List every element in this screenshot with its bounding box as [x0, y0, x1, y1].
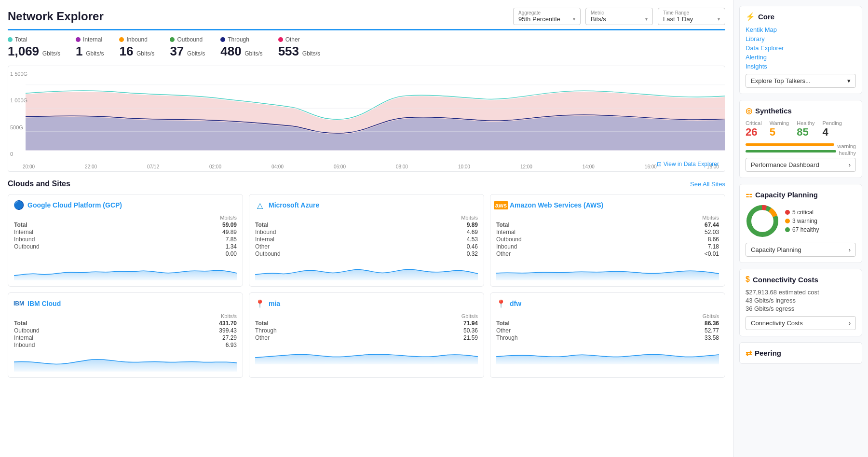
- capacity-title: ⚏ Capacity Planning: [746, 190, 856, 199]
- cloud-card-aws: aws Amazon Web Services (AWS) Mbits/s To…: [490, 194, 725, 287]
- synth-healthy-stat: Healthy 85: [797, 120, 814, 138]
- library-link[interactable]: Library: [746, 35, 856, 42]
- aggregate-arrow: ▾: [573, 16, 575, 22]
- stat-row: Inbound 6.93: [14, 342, 237, 348]
- stat-row: Total 67.44: [496, 222, 719, 228]
- synthetics-section: ◎ Synthetics Critical 26 Warning 5 Healt…: [739, 100, 862, 178]
- see-all-link[interactable]: See All Sites: [690, 180, 725, 188]
- alerting-link[interactable]: Alerting: [746, 54, 856, 61]
- stat-row: Outbound 1.34: [14, 243, 237, 250]
- cloud-name-mia[interactable]: mia: [269, 300, 280, 307]
- stat-row: Inbound 7.18: [496, 243, 719, 250]
- capacity-section: ⚏ Capacity Planning 5 critical 3 warning: [739, 184, 862, 263]
- section-title: Clouds and Sites: [8, 180, 70, 188]
- metric-inbound: Inbound 16 Gbits/s: [119, 36, 154, 59]
- synthetics-stats: Critical 26 Warning 5 Healthy 85 Pending…: [746, 120, 856, 138]
- section-header: Clouds and Sites See All Sites: [8, 180, 725, 188]
- aggregate-value: 95th Percentile ▾: [518, 15, 575, 23]
- stat-row: Other <0.01: [496, 250, 719, 257]
- stat-row: 0.00: [14, 250, 237, 257]
- stat-row: Inbound 4.69: [255, 229, 478, 235]
- stat-row: Through 33.58: [496, 334, 719, 341]
- healthy-bar-label: healthy: [839, 150, 856, 156]
- egress-value: 36 Gbits/s egress: [746, 305, 856, 312]
- cloud-name-azure[interactable]: Microsoft Azure: [269, 201, 319, 209]
- metrics-row: Total 1,069 Gbits/s Internal 1 Gbits/s I…: [8, 36, 725, 59]
- chart-svg: [8, 66, 725, 171]
- peering-title: ⇄ Peering: [746, 348, 856, 358]
- metric-dropdown[interactable]: Metric Bits/s ▾: [585, 8, 653, 25]
- core-icon: ⚡: [746, 12, 755, 21]
- aggregate-label: Aggregate: [518, 10, 575, 15]
- cloud-logo-mia: 📍: [255, 299, 265, 308]
- connectivity-icon: $: [746, 275, 750, 284]
- stat-row: Outbound 0.32: [255, 250, 478, 257]
- stat-row: Inbound 7.85: [14, 236, 237, 243]
- chart-x-labels: 20:00 22:00 07/12 02:00 04:00 06:00 08:0…: [23, 164, 719, 169]
- legend-healthy: 67 healthy: [785, 226, 819, 233]
- cloud-name-dfw[interactable]: dfw: [510, 300, 521, 307]
- synth-critical-stat: Critical 26: [746, 120, 762, 138]
- stat-row: Total 71.94: [255, 320, 478, 327]
- cloud-name-aws[interactable]: Amazon Web Services (AWS): [510, 201, 603, 209]
- header-controls: Aggregate 95th Percentile ▾ Metric Bits/…: [513, 8, 725, 25]
- synthetics-icon: ◎: [746, 106, 752, 115]
- kentik-map-link[interactable]: Kentik Map: [746, 26, 856, 33]
- title-underline: [8, 29, 725, 30]
- synthetics-title: ◎ Synthetics: [746, 106, 856, 115]
- connectivity-costs-btn[interactable]: Connectivity Costs ›: [746, 316, 856, 330]
- stat-row: Outbound 8.66: [496, 236, 719, 243]
- cloud-card-ibm: IBM IBM Cloud Kbits/s Total 431.70 Outbo…: [8, 292, 243, 378]
- warning-bar-label: warning: [837, 143, 856, 149]
- synth-warning-value: 5: [770, 126, 789, 138]
- insights-link[interactable]: Insights: [746, 63, 856, 70]
- stat-row: Internal 27.29: [14, 334, 237, 341]
- stat-row: Total 59.09: [14, 222, 237, 228]
- explore-dropdown[interactable]: Explore Top Talkers... ▾: [746, 74, 856, 88]
- time-range-value: Last 1 Day ▾: [663, 15, 720, 23]
- stat-row: Through 50.36: [255, 327, 478, 334]
- connectivity-section: $ Connectivity Costs $27,913.68 estimate…: [739, 269, 862, 336]
- cloud-name-gcp[interactable]: Google Cloud Platform (GCP): [27, 201, 122, 209]
- main-chart: 1 500G 1 000G 500G 0 20:00 22:00 07/12 0…: [8, 66, 725, 172]
- stat-row: Internal 52.03: [496, 229, 719, 235]
- peering-section: ⇄ Peering: [739, 342, 862, 364]
- mini-chart-azure: [255, 261, 478, 280]
- stat-row: Outbound 399.43: [14, 327, 237, 334]
- legend-warning: 3 warning: [785, 218, 819, 224]
- page-title: Network Explorer: [8, 10, 104, 23]
- metric-value: Bits/s ▾: [591, 15, 648, 23]
- stat-row: Internal 4.53: [255, 236, 478, 243]
- capacity-planning-btn[interactable]: Capacity Planning ›: [746, 243, 856, 257]
- core-title: ⚡ Core: [746, 12, 856, 21]
- metric-through: Through 480 Gbits/s: [220, 36, 262, 59]
- stat-row: Total 86.36: [496, 320, 719, 327]
- time-range-dropdown[interactable]: Time Range Last 1 Day ▾: [658, 8, 725, 25]
- synth-pending-stat: Pending 4: [822, 120, 841, 138]
- aggregate-dropdown[interactable]: Aggregate 95th Percentile ▾: [513, 8, 581, 25]
- cloud-name-ibm[interactable]: IBM Cloud: [27, 300, 61, 307]
- mini-chart-gcp: [14, 261, 237, 280]
- sidebar: ⚡ Core Kentik Map Library Data Explorer …: [733, 0, 868, 457]
- mini-chart-mia: [255, 345, 478, 364]
- metric-other: Other 553 Gbits/s: [278, 36, 320, 59]
- cloud-card-mia: 📍 mia Gbits/s Total 71.94 Through 50.36 …: [249, 292, 484, 378]
- mini-chart-ibm: [14, 352, 237, 372]
- cloud-logo-gcp: 🔵: [14, 200, 24, 210]
- core-section: ⚡ Core Kentik Map Library Data Explorer …: [739, 6, 862, 94]
- synth-warning-stat: Warning 5: [770, 120, 789, 138]
- stat-row: Internal 49.89: [14, 229, 237, 235]
- performance-dashboard-btn[interactable]: Performance Dashboard ›: [746, 158, 856, 172]
- healthy-bar: [746, 150, 836, 152]
- estimated-cost: $27,913.68 estimated cost: [746, 289, 856, 296]
- time-range-arrow: ▾: [718, 16, 720, 22]
- data-explorer-link[interactable]: Data Explorer: [746, 44, 856, 52]
- peering-icon: ⇄: [746, 348, 752, 358]
- cloud-logo-azure: △: [255, 200, 265, 210]
- chart-y-labels: 1 500G 1 000G 500G 0: [8, 71, 29, 157]
- synth-pending-value: 4: [822, 126, 841, 138]
- warning-bar: [746, 143, 834, 146]
- explore-dropdown-arrow: ▾: [847, 77, 851, 84]
- view-data-explorer-link[interactable]: ⊡ View in Data Explorer: [657, 161, 719, 167]
- cloud-logo-dfw: 📍: [496, 299, 506, 308]
